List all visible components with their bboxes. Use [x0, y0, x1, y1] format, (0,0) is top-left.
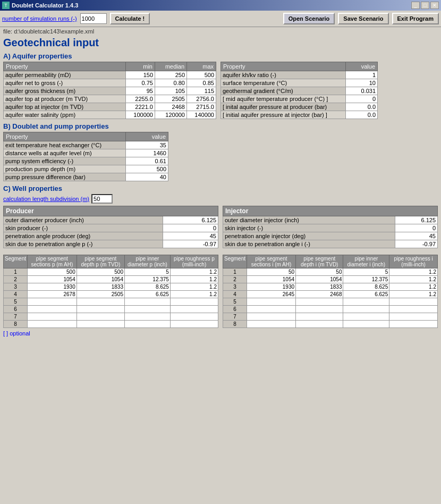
property-value[interactable] [395, 224, 438, 232]
seg-value[interactable] [170, 268, 218, 276]
seg-value[interactable] [28, 268, 77, 276]
min-value[interactable] [126, 95, 155, 103]
seg-value[interactable] [247, 283, 296, 291]
seg-value[interactable] [247, 291, 296, 298]
median-value[interactable] [155, 103, 187, 111]
property-value[interactable] [346, 103, 378, 111]
seg-value[interactable] [170, 276, 218, 283]
sim-runs-input[interactable] [80, 13, 107, 24]
seg-value[interactable] [28, 306, 77, 313]
seg-value[interactable] [343, 283, 389, 291]
seg-value[interactable] [77, 313, 124, 321]
open-scenario-button[interactable]: Open Scenario [283, 13, 335, 24]
property-value[interactable] [163, 240, 218, 248]
exit-button[interactable]: Exit Program [392, 13, 439, 24]
property-value[interactable] [395, 216, 438, 224]
seg-value[interactable] [296, 321, 343, 328]
seg-value[interactable] [389, 283, 438, 291]
median-value[interactable] [155, 79, 187, 87]
max-value[interactable] [187, 71, 216, 79]
seg-value[interactable] [343, 298, 389, 306]
close-button[interactable]: ✕ [430, 2, 439, 9]
property-value[interactable] [346, 111, 378, 119]
seg-value[interactable] [77, 321, 124, 328]
seg-value[interactable] [170, 298, 218, 306]
seg-value[interactable] [389, 276, 438, 283]
seg-value[interactable] [28, 291, 77, 298]
max-value[interactable] [187, 79, 216, 87]
seg-value[interactable] [28, 298, 77, 306]
seg-value[interactable] [77, 276, 124, 283]
seg-value[interactable] [247, 313, 296, 321]
seg-value[interactable] [389, 321, 438, 328]
property-value[interactable] [126, 149, 168, 157]
seg-value[interactable] [247, 276, 296, 283]
property-value[interactable] [163, 224, 218, 232]
max-value[interactable] [187, 95, 216, 103]
seg-value[interactable] [124, 298, 170, 306]
median-value[interactable] [155, 87, 187, 95]
max-value[interactable] [187, 111, 216, 119]
property-value[interactable] [163, 216, 218, 224]
min-value[interactable] [126, 79, 155, 87]
seg-value[interactable] [77, 306, 124, 313]
median-value[interactable] [155, 111, 187, 119]
seg-value[interactable] [296, 313, 343, 321]
seg-value[interactable] [296, 283, 343, 291]
property-value[interactable] [126, 173, 168, 181]
seg-value[interactable] [343, 321, 389, 328]
property-value[interactable] [346, 95, 378, 103]
seg-value[interactable] [77, 298, 124, 306]
seg-value[interactable] [389, 306, 438, 313]
seg-value[interactable] [343, 268, 389, 276]
property-value[interactable] [346, 71, 378, 79]
seg-value[interactable] [343, 291, 389, 298]
minimize-button[interactable]: _ [411, 2, 420, 9]
seg-value[interactable] [124, 291, 170, 298]
seg-value[interactable] [170, 283, 218, 291]
seg-value[interactable] [296, 306, 343, 313]
median-value[interactable] [155, 71, 187, 79]
property-value[interactable] [395, 240, 438, 248]
seg-value[interactable] [124, 283, 170, 291]
seg-value[interactable] [28, 321, 77, 328]
seg-value[interactable] [124, 313, 170, 321]
seg-value[interactable] [247, 306, 296, 313]
min-value[interactable] [126, 71, 155, 79]
seg-value[interactable] [77, 268, 124, 276]
seg-value[interactable] [247, 321, 296, 328]
save-scenario-button[interactable]: Save Scenario [338, 13, 388, 24]
seg-value[interactable] [296, 268, 343, 276]
seg-value[interactable] [343, 306, 389, 313]
seg-value[interactable] [389, 298, 438, 306]
seg-value[interactable] [124, 276, 170, 283]
median-value[interactable] [155, 95, 187, 103]
seg-value[interactable] [343, 276, 389, 283]
property-value[interactable] [126, 157, 168, 165]
property-value[interactable] [346, 87, 378, 95]
seg-value[interactable] [77, 291, 124, 298]
max-value[interactable] [187, 103, 216, 111]
seg-value[interactable] [28, 313, 77, 321]
calculate-button[interactable]: Calculate ! [110, 13, 150, 24]
property-value[interactable] [395, 232, 438, 240]
seg-value[interactable] [296, 276, 343, 283]
seg-value[interactable] [389, 291, 438, 298]
seg-value[interactable] [389, 268, 438, 276]
max-value[interactable] [187, 87, 216, 95]
seg-value[interactable] [170, 321, 218, 328]
seg-value[interactable] [170, 306, 218, 313]
calc-length-input[interactable] [91, 194, 113, 204]
seg-value[interactable] [170, 291, 218, 298]
property-value[interactable] [126, 165, 168, 173]
min-value[interactable] [126, 87, 155, 95]
property-value[interactable] [163, 232, 218, 240]
min-value[interactable] [126, 103, 155, 111]
seg-value[interactable] [124, 268, 170, 276]
seg-value[interactable] [247, 298, 296, 306]
seg-value[interactable] [389, 313, 438, 321]
seg-value[interactable] [343, 313, 389, 321]
min-value[interactable] [126, 111, 155, 119]
seg-value[interactable] [124, 321, 170, 328]
seg-value[interactable] [170, 313, 218, 321]
